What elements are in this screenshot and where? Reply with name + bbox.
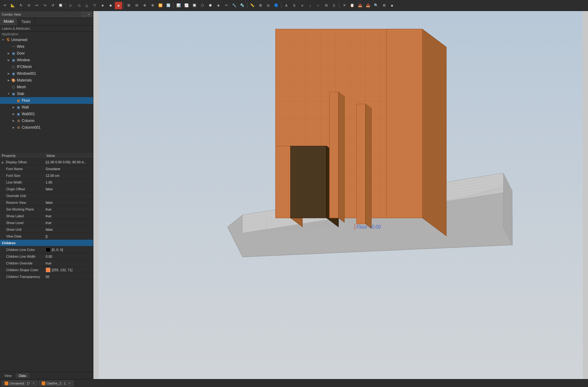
toolbar-btn-2[interactable]: 📐 (9, 2, 17, 9)
tree-item-unnamed[interactable]: ▼ 🏗 Unnamed (0, 36, 93, 43)
expand-materials[interactable]: ▶ (6, 78, 11, 83)
toolbar-btn-15[interactable]: ⊞ (125, 2, 132, 9)
bottom-tab-view[interactable]: View (1, 373, 15, 378)
expand-column001[interactable]: ▶ (11, 125, 16, 130)
tree-item-window[interactable]: ▶ ▣ Window (0, 57, 93, 63)
tree-item-wire[interactable]: ▶ 〰 Wire (0, 43, 93, 50)
toolbar-btn-29[interactable]: 🔩 (239, 2, 246, 9)
toolbar-btn-13[interactable]: ◈ (99, 2, 106, 9)
toolbar-btn-11[interactable]: △ (83, 2, 90, 9)
expand-slab[interactable]: ▼ (6, 91, 11, 96)
tree-item-floor[interactable]: ▶ ▣ Floor (0, 97, 93, 104)
toolbar-btn-40[interactable]: C (330, 2, 338, 9)
tree-view[interactable]: ▼ 🏗 Unnamed ▶ 〰 Wire ▶ ▣ Door ▶ ▣ Window (0, 36, 93, 153)
tree-item-ifcmesh[interactable]: ▶ ⬡ IFCMesh (0, 63, 93, 70)
toolbar-btn-37[interactable]: ↕ (307, 2, 314, 9)
toolbar-btn-17[interactable]: ⊗ (141, 2, 148, 9)
prop-row-display-offset[interactable]: ▶ Display Offset [(1.00 0.00 0.00); 90.0… (0, 159, 93, 165)
tree-item-column001[interactable]: ▶ ⊞ Column001 (0, 124, 93, 131)
toolbar-btn-10[interactable]: ◁ (75, 2, 82, 9)
tree-item-wall[interactable]: ▶ ▣ Wall (0, 104, 93, 111)
toolbar-btn-25[interactable]: ⬢ (207, 2, 214, 9)
application-section-header: Application (0, 32, 93, 36)
prop-row-override-unit: Override Unit (0, 192, 93, 199)
toolbar-btn-46[interactable]: ⊞ (380, 2, 388, 9)
expand-floor[interactable]: ▶ (11, 98, 16, 103)
toolbar-btn-33[interactable]: 🔵 (273, 2, 280, 9)
toolbar-btn-23[interactable]: 🔲 (191, 2, 198, 9)
expand-wall[interactable]: ▶ (11, 105, 16, 110)
toolbar-btn-27[interactable]: ✂ (223, 2, 230, 9)
toolbar-btn-12[interactable]: ▽ (91, 2, 98, 9)
expand-door[interactable]: ▶ (6, 51, 11, 56)
toolbar-btn-14[interactable]: ◆ (107, 2, 114, 9)
combo-minimize-btn[interactable]: _ (82, 12, 86, 17)
status-tab-close-oakfire[interactable]: ✕ (68, 382, 71, 385)
bottom-tab-data[interactable]: Data (16, 373, 29, 378)
toolbar-btn-5[interactable]: ↩ (33, 2, 40, 9)
tree-item-slab[interactable]: ▼ ▣ Slab (0, 90, 93, 97)
toolbar-btn-26[interactable]: ◈ (215, 2, 222, 9)
toolbar-btn-4[interactable]: ⊙ (25, 2, 32, 9)
tree-item-column[interactable]: ▶ ⊞ Column (0, 117, 93, 124)
label-slab: Slab (17, 92, 24, 96)
tree-item-door[interactable]: ▶ ▣ Door (0, 50, 93, 57)
toolbar-btn-36[interactable]: ≡ (299, 2, 306, 9)
tree-item-mesh[interactable]: ▶ ⬡ Mesh (0, 84, 93, 90)
toolbar-btn-39[interactable]: ⊟ (322, 2, 330, 9)
children-line-color-swatch[interactable] (46, 247, 51, 252)
status-tab-unnamed[interactable]: Unnamed : 1* ✕ (2, 381, 38, 386)
toolbar-btn-24[interactable]: ⬡ (199, 2, 206, 9)
toolbar-btn-22[interactable]: 📈 (183, 2, 190, 9)
toolbar-btn-6[interactable]: ↪ (41, 2, 48, 9)
expand-unnamed[interactable]: ▼ (1, 37, 6, 42)
toolbar-btn-9[interactable]: ▷ (67, 2, 74, 9)
expand-wire[interactable]: ▶ (6, 44, 11, 49)
toolbar-btn-28[interactable]: 🔧 (231, 2, 238, 9)
toolbar-btn-43[interactable]: 📤 (356, 2, 364, 9)
panel-tabs: Model Tasks (0, 18, 93, 26)
toolbar-btn-38[interactable]: ↔ (315, 2, 322, 9)
tree-item-window001[interactable]: ▶ ▣ Window001 (0, 70, 93, 77)
toolbar-btn-44[interactable]: 📥 (364, 2, 372, 9)
prop-value-line-width: 1.00 (44, 180, 93, 185)
toolbar-btn-35[interactable]: S (291, 2, 298, 9)
toolbar-btn-8[interactable]: 🔲 (57, 2, 64, 9)
toolbar-btn-3[interactable]: ↻ (17, 2, 24, 9)
toolbar-btn-47[interactable]: ■ (388, 2, 396, 9)
expand-mesh[interactable]: ▶ (6, 85, 11, 89)
toolbar-btn-31[interactable]: ⊞ (257, 2, 264, 9)
status-tab-close-unnamed[interactable]: ✕ (32, 382, 35, 385)
expand-window001[interactable]: ▶ (6, 71, 11, 76)
toolbar-btn-7[interactable]: ↺ (49, 2, 56, 9)
toolbar-btn-32[interactable]: ◎ (265, 2, 272, 9)
toolbar-btn-30[interactable]: 📏 (249, 2, 256, 9)
tab-model[interactable]: Model (0, 18, 18, 25)
toolbar-btn-41[interactable]: ✕ (341, 2, 348, 9)
expand-ifcmesh[interactable]: ▶ (6, 64, 11, 69)
3d-viewport[interactable]: Floor +0.00 (93, 11, 588, 379)
status-tab-label-oakfire: Oakfire_2 : 1 (47, 381, 66, 385)
toolbar-btn-19[interactable]: 🔀 (157, 2, 164, 9)
toolbar-btn-20[interactable]: 🔃 (165, 2, 172, 9)
expand-wall001[interactable]: ▶ (11, 112, 16, 116)
toolbar-btn-45[interactable]: 🔍 (372, 2, 380, 9)
children-shape-color-swatch[interactable] (46, 267, 51, 272)
toolbar-btn-highlight[interactable]: ■ (115, 2, 122, 9)
prop-row-show-unit: Show Unit false (0, 226, 93, 233)
toolbar-sep-6 (339, 2, 339, 9)
expand-window[interactable]: ▶ (6, 58, 11, 63)
toolbar-btn-34[interactable]: A (283, 2, 290, 9)
combo-close-btn[interactable]: ✕ (87, 12, 91, 17)
expand-column[interactable]: ▶ (11, 118, 16, 123)
toolbar-btn-21[interactable]: 📊 (175, 2, 182, 9)
status-tab-oakfire[interactable]: Oakfire_2 : 1 ✕ (39, 381, 74, 386)
toolbar-btn-sketch[interactable]: ✏ (1, 2, 9, 9)
toolbar-btn-18[interactable]: ⊕ (149, 2, 156, 9)
prop-name-children-override: Children Override (0, 261, 44, 266)
tree-item-wall001[interactable]: ▶ ▣ Wall001 (0, 111, 93, 117)
toolbar-btn-16[interactable]: ⊟ (133, 2, 140, 9)
toolbar-btn-42[interactable]: 📋 (349, 2, 356, 9)
tree-item-materials[interactable]: ▶ 🎨 Materials (0, 77, 93, 84)
tab-tasks[interactable]: Tasks (18, 18, 35, 25)
